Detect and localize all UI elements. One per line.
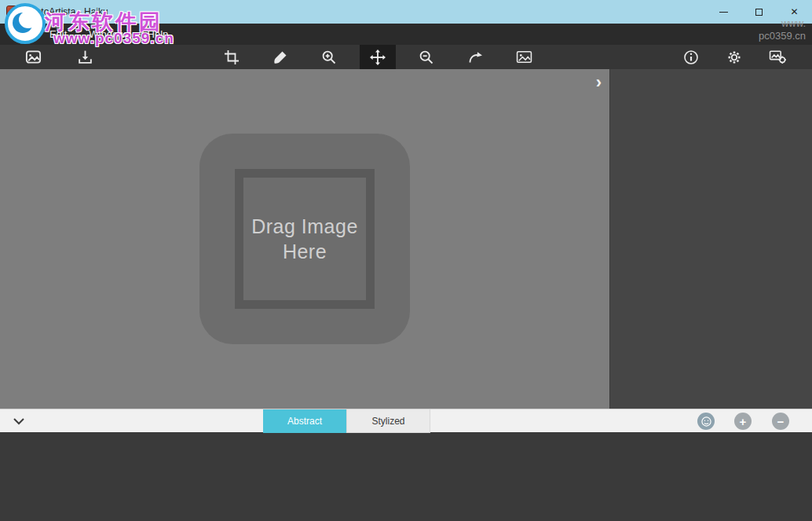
menu-bar: File Edit Window Help [0,24,812,45]
open-image-icon [25,49,42,65]
extras-button[interactable] [762,45,793,69]
settings-button[interactable] [719,45,750,69]
image-drop-zone[interactable]: Drag Image Here [199,134,410,344]
menu-file[interactable]: File [11,28,27,40]
minimize-button[interactable] [706,0,741,24]
menu-edit[interactable]: Edit [49,28,67,40]
presets-panel [0,432,812,521]
zoom-in-tool-button[interactable] [311,45,347,69]
side-panel [609,69,812,409]
thumbnail-zoom-in-button[interactable]: + [734,413,752,430]
zoom-out-tool-button[interactable] [408,45,444,69]
zoom-in-icon [321,50,337,65]
drop-zone-label: Drag Image Here [250,214,360,265]
import-image-icon [77,49,93,65]
window-title: PhotoArtista - Haiku [24,6,108,17]
crop-icon [224,50,240,65]
title-left: PhotoArtista - Haiku [0,6,108,18]
zoom-out-icon [419,50,434,65]
brush-icon [272,50,288,65]
redo-icon [467,50,483,65]
window-controls: ✕ [706,0,812,24]
toolbar [0,45,812,69]
info-button[interactable] [675,45,707,69]
toolbar-right-group [675,45,793,69]
import-image-button[interactable] [69,45,101,69]
app-icon [6,6,19,18]
move-icon [370,50,386,65]
brush-tool-button[interactable] [262,45,298,69]
canvas-area[interactable]: Drag Image Here › [0,69,609,409]
face-icon [700,416,712,427]
toolbar-center-group [214,45,542,69]
menu-help[interactable]: Help [148,28,169,40]
preset-tabs: Abstract Stylized [263,409,430,433]
move-tool-button[interactable] [360,45,396,69]
close-icon: ✕ [790,6,798,17]
minimize-icon [719,12,728,13]
gear-icon [726,50,742,65]
bottom-tab-bar: Abstract Stylized + − [0,409,812,432]
collapse-panel-button[interactable] [8,409,30,433]
title-bar: PhotoArtista - Haiku ✕ [0,0,812,24]
redo-button[interactable] [457,45,493,69]
thumbnail-zoom-out-button[interactable]: − [772,413,789,430]
image-preview-button[interactable] [506,45,542,69]
photoartista-window: PhotoArtista - Haiku ✕ File Edit Window … [0,0,812,521]
toolbar-left-group [17,45,101,69]
workspace: Drag Image Here › [0,69,812,409]
menu-window[interactable]: Window [89,28,125,40]
tab-stylized[interactable]: Stylized [346,409,430,433]
tab-abstract[interactable]: Abstract [263,409,346,433]
face-preset-button[interactable] [697,413,715,430]
open-image-button[interactable] [17,45,49,69]
close-button[interactable]: ✕ [777,0,812,24]
info-icon [683,50,699,65]
bottom-bar-actions: + − [686,409,812,433]
image-preview-icon [516,49,532,65]
minus-icon: − [777,415,785,428]
chevron-down-icon [13,417,25,425]
drop-zone-frame: Drag Image Here [235,169,375,309]
extras-icon [769,49,787,65]
maximize-icon [755,9,763,16]
panel-expander-button[interactable]: › [593,72,605,93]
maximize-button[interactable] [741,0,777,24]
crop-tool-button[interactable] [214,45,250,69]
plus-icon: + [740,415,747,428]
